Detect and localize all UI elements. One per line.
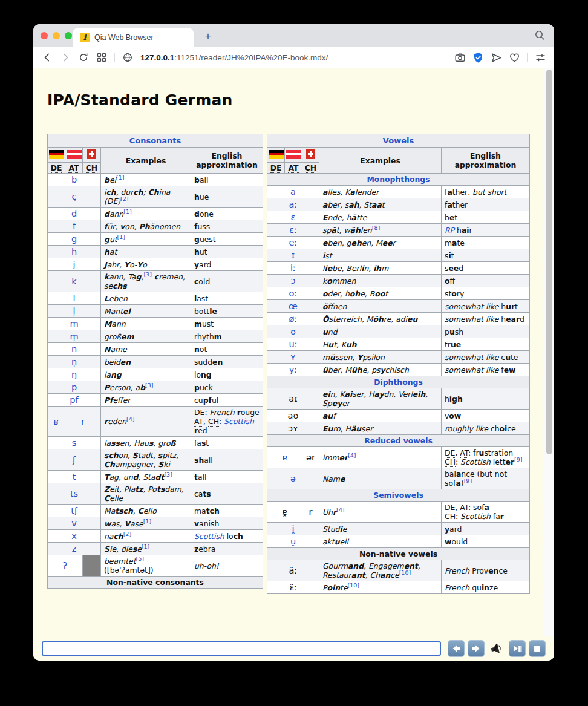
example-cell: kann, Tag,[3] cremen, sechs	[101, 271, 191, 292]
back-button[interactable]	[39, 50, 55, 65]
ipa-symbol[interactable]: ɛ	[267, 211, 319, 224]
reload-button[interactable]	[76, 50, 91, 65]
close-window-button[interactable]	[41, 32, 48, 39]
ipa-symbol[interactable]: ʁ	[48, 407, 65, 437]
ipa-symbol[interactable]: t	[48, 471, 101, 483]
section-header[interactable]: Diphthongs	[267, 376, 530, 388]
ipa-symbol[interactable]: x	[48, 530, 101, 543]
speaker-button[interactable]	[488, 640, 506, 657]
ipa-symbol[interactable]: ɪ	[267, 249, 319, 262]
site-info-button[interactable]	[120, 50, 136, 65]
navigation-toolbar: 127.0.0.1:11251/reader/JH%20IPA%20E-book…	[33, 47, 554, 68]
ipa-symbol[interactable]: v	[48, 517, 101, 530]
ipa-symbol[interactable]: r	[65, 407, 101, 437]
ipa-tables: Consonants Examples English approximatio…	[47, 134, 530, 594]
ipa-symbol[interactable]: ə	[267, 468, 319, 489]
section-header[interactable]: Monophthongs	[267, 174, 530, 186]
new-tab-button[interactable]: +	[201, 30, 215, 43]
ipa-symbol[interactable]: k	[48, 271, 101, 292]
ipa-symbol[interactable]: uː	[267, 338, 319, 351]
ipa-symbol[interactable]: ɐ	[267, 447, 302, 468]
minimize-window-button[interactable]	[53, 32, 60, 39]
ipa-symbol[interactable]: n	[48, 343, 101, 356]
consonants-table: Consonants Examples English approximatio…	[47, 134, 263, 589]
ipa-symbol[interactable]: z	[48, 543, 101, 555]
ipa-symbol[interactable]: m	[48, 318, 101, 330]
section-header[interactable]: Reduced vowels	[267, 435, 530, 447]
ipa-symbol[interactable]: m̩	[48, 330, 101, 343]
col-header-ch[interactable]: CH	[83, 163, 101, 174]
ipa-symbol[interactable]: a	[267, 186, 319, 198]
url-bar[interactable]: 127.0.0.1:11251/reader/JH%20IPA%20E-book…	[140, 53, 449, 62]
ipa-symbol[interactable]: l̩	[48, 305, 101, 318]
forward-button[interactable]	[57, 50, 73, 65]
table-caption[interactable]: Vowels	[267, 134, 530, 148]
table-row: ɐərimmer[4]DE, AT: frustrationCH: Scotti…	[267, 447, 530, 468]
ipa-symbol[interactable]: œ	[267, 300, 319, 313]
tab-search-button[interactable]	[534, 30, 546, 44]
ipa-symbol[interactable]: ç	[48, 186, 101, 208]
reload-icon	[78, 52, 89, 63]
example-cell: und	[319, 325, 442, 338]
table-caption[interactable]: Consonants	[48, 134, 263, 148]
arrow-right-icon	[471, 643, 482, 654]
ipa-symbol[interactable]: oː	[267, 287, 319, 300]
section-header[interactable]: Semivowels	[267, 489, 530, 502]
ipa-symbol[interactable]: h	[48, 246, 101, 258]
ipa-symbol[interactable]: iː	[267, 262, 319, 275]
ipa-symbol[interactable]: aː	[267, 198, 319, 211]
ipa-symbol[interactable]: øː	[267, 313, 319, 325]
ipa-symbol[interactable]: eː	[267, 237, 319, 249]
reader-text-input[interactable]	[42, 641, 441, 656]
ipa-symbol[interactable]: ʊ	[267, 325, 319, 338]
ipa-symbol[interactable]: tʃ	[48, 505, 101, 517]
play-pause-button[interactable]	[509, 640, 526, 657]
table-row: kkann, Tag,[3] cremen, sechscold	[48, 271, 263, 292]
share-button[interactable]	[488, 50, 504, 65]
next-button[interactable]	[468, 640, 485, 657]
ipa-symbol: aʊ	[267, 410, 319, 422]
ipa-symbol[interactable]: ʃ	[48, 449, 101, 471]
table-row: zSie, diese[1]zebra	[48, 543, 263, 555]
tab-overview-button[interactable]	[94, 50, 109, 65]
ipa-symbol[interactable]: ɛː	[267, 224, 319, 237]
scrollbar[interactable]	[544, 68, 554, 636]
section-header: Non-native vowels	[267, 548, 530, 560]
ipa-symbol[interactable]: ŋ	[48, 368, 101, 381]
ipa-symbol[interactable]: pf	[48, 394, 101, 407]
ipa-symbol[interactable]: p	[48, 381, 101, 394]
ipa-symbol[interactable]: n̩	[48, 356, 101, 368]
ipa-symbol[interactable]: d	[48, 208, 101, 220]
ipa-symbol[interactable]: ʏ	[267, 351, 319, 364]
ipa-symbol[interactable]: u̯	[267, 535, 319, 548]
maximize-window-button[interactable]	[65, 32, 72, 39]
col-header-ch[interactable]: CH	[302, 163, 319, 174]
settings-button[interactable]	[532, 50, 548, 65]
ipa-symbol[interactable]: g	[48, 233, 101, 246]
ipa-symbol[interactable]: l	[48, 292, 101, 305]
col-header-de[interactable]: DE	[48, 163, 65, 174]
ipa-symbol[interactable]: s	[48, 437, 101, 449]
ipa-symbol[interactable]: f	[48, 220, 101, 233]
example-cell: lang	[101, 368, 191, 381]
ipa-symbol[interactable]: ʔ	[48, 555, 83, 577]
col-header-de[interactable]: DE	[267, 163, 285, 174]
ipa-symbol[interactable]: ɔ	[267, 275, 319, 287]
ipa-symbol[interactable]: j	[48, 258, 101, 271]
flag-germany-icon	[267, 148, 285, 163]
stop-button[interactable]	[529, 640, 546, 657]
col-header-at[interactable]: AT	[285, 163, 302, 174]
scrollbar-thumb[interactable]	[546, 70, 552, 454]
table-row: vwas, Vase[1]vanish	[48, 517, 263, 530]
ipa-symbol[interactable]: yː	[267, 364, 319, 376]
ipa-symbol: ɔʏ	[267, 422, 319, 435]
previous-button[interactable]	[448, 640, 465, 657]
ipa-symbol[interactable]: ts	[48, 483, 101, 505]
screenshot-button[interactable]	[452, 50, 468, 65]
ipa-symbol[interactable]: b	[48, 174, 101, 186]
bookmark-button[interactable]	[506, 50, 522, 65]
col-header-at[interactable]: AT	[65, 163, 83, 174]
active-tab[interactable]: i Qia Web Browser	[73, 28, 194, 47]
ipa-symbol[interactable]: i̯	[267, 523, 319, 535]
security-status-button[interactable]	[470, 50, 486, 65]
